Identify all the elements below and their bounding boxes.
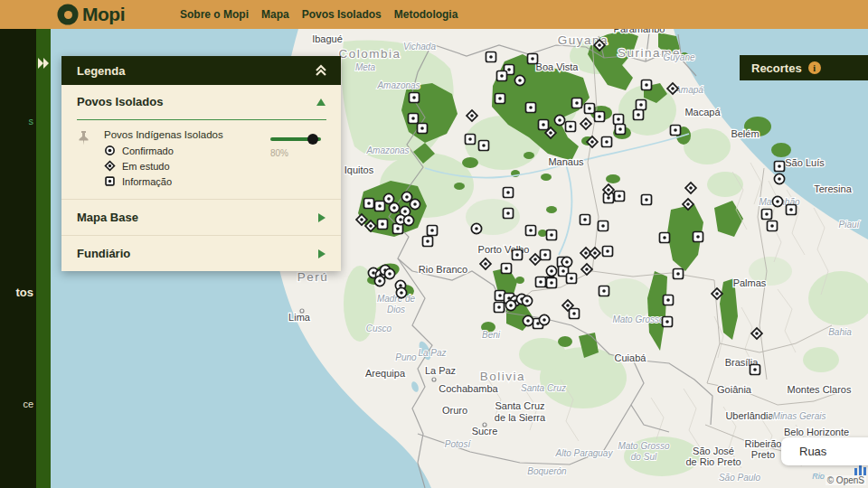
marker-informacao[interactable] bbox=[615, 192, 625, 202]
marker-informacao[interactable] bbox=[664, 296, 674, 305]
marker-informacao[interactable] bbox=[541, 250, 551, 260]
map-label-city: Paramaribo bbox=[614, 29, 665, 34]
marker-informacao[interactable] bbox=[513, 250, 523, 260]
marker-informacao[interactable] bbox=[580, 215, 590, 225]
marker-informacao[interactable] bbox=[495, 94, 505, 104]
marker-informacao[interactable] bbox=[637, 100, 646, 110]
marker-informacao[interactable] bbox=[504, 188, 514, 198]
marker-confirmado[interactable] bbox=[374, 276, 384, 286]
sidebar-expand-button[interactable] bbox=[37, 56, 50, 70]
slider-thumb[interactable] bbox=[307, 134, 318, 145]
marker-confirmado[interactable] bbox=[384, 268, 394, 278]
legend-header[interactable]: Legenda bbox=[61, 56, 341, 85]
marker-confirmado[interactable] bbox=[561, 257, 571, 267]
map-label-region: Puno bbox=[395, 352, 417, 362]
marker-informacao[interactable] bbox=[486, 52, 496, 62]
nav-metodologia[interactable]: Metodologia bbox=[394, 8, 458, 21]
collapsed-sidebar: s tos ce o bbox=[0, 29, 36, 488]
marker-confirmado[interactable] bbox=[546, 266, 556, 276]
collapse-double-chevron-up-icon[interactable] bbox=[314, 63, 328, 78]
marker-informacao[interactable] bbox=[539, 120, 549, 130]
marker-informacao[interactable] bbox=[750, 365, 760, 375]
marker-informacao[interactable] bbox=[599, 221, 609, 231]
marker-informacao[interactable] bbox=[768, 221, 778, 231]
opacity-slider[interactable] bbox=[270, 137, 321, 141]
marker-informacao[interactable] bbox=[409, 114, 419, 124]
marker-informacao[interactable] bbox=[787, 205, 797, 215]
marker-informacao[interactable] bbox=[599, 286, 609, 296]
marker-confirmado[interactable] bbox=[774, 174, 784, 183]
marker-informacao[interactable] bbox=[364, 199, 374, 209]
nav-mapa[interactable]: Mapa bbox=[261, 8, 289, 21]
sidebar-text-fragment: ce bbox=[23, 399, 33, 409]
marker-informacao[interactable] bbox=[504, 209, 514, 219]
marker-informacao[interactable] bbox=[528, 54, 538, 64]
marker-informacao[interactable] bbox=[762, 210, 772, 220]
marker-informacao[interactable] bbox=[660, 233, 670, 243]
basemap-select[interactable]: Ruas bbox=[781, 437, 868, 465]
nav-sobre[interactable]: Sobre o Mopi bbox=[180, 8, 249, 21]
marker-informacao[interactable] bbox=[479, 141, 489, 151]
marker-informacao[interactable] bbox=[642, 195, 652, 205]
marker-informacao[interactable] bbox=[775, 162, 785, 172]
marker-confirmado[interactable] bbox=[505, 300, 515, 310]
marker-informacao[interactable] bbox=[547, 230, 557, 240]
marker-informacao[interactable] bbox=[567, 274, 577, 284]
marker-informacao[interactable] bbox=[536, 277, 546, 287]
marker-informacao[interactable] bbox=[495, 303, 505, 313]
marker-confirmado[interactable] bbox=[522, 296, 532, 305]
marker-informacao[interactable] bbox=[378, 220, 388, 230]
marker-informacao[interactable] bbox=[423, 237, 433, 247]
mopi-logo-icon bbox=[56, 3, 80, 26]
triangle-up-icon[interactable] bbox=[316, 98, 326, 107]
marker-informacao[interactable] bbox=[428, 226, 438, 236]
marker-informacao[interactable] bbox=[585, 104, 595, 114]
osm-attribution[interactable]: © OpenS bbox=[826, 475, 866, 485]
map-label-city: São Luís bbox=[785, 157, 825, 168]
marker-confirmado[interactable] bbox=[539, 314, 549, 324]
marker-informacao[interactable] bbox=[570, 309, 580, 319]
marker-informacao[interactable] bbox=[375, 202, 385, 211]
marker-confirmado[interactable] bbox=[514, 75, 524, 85]
marker-informacao[interactable] bbox=[595, 112, 605, 122]
marker-informacao[interactable] bbox=[693, 232, 703, 242]
map-label-region: Alto Paraguay bbox=[555, 448, 614, 458]
povos-isolados-section-header[interactable]: Povos Isolados bbox=[77, 95, 326, 108]
marker-confirmado[interactable] bbox=[396, 287, 406, 297]
marker-informacao[interactable] bbox=[671, 126, 681, 136]
marker-confirmado[interactable] bbox=[403, 215, 413, 225]
marker-informacao[interactable] bbox=[526, 226, 536, 236]
legend-row-mapa-base[interactable]: Mapa Base bbox=[61, 200, 341, 235]
marker-informacao[interactable] bbox=[616, 125, 626, 135]
marker-informacao[interactable] bbox=[497, 71, 507, 81]
marker-informacao[interactable] bbox=[502, 264, 512, 274]
marker-confirmado[interactable] bbox=[471, 223, 481, 233]
marker-informacao[interactable] bbox=[674, 269, 684, 279]
marker-informacao[interactable] bbox=[602, 137, 612, 147]
marker-informacao[interactable] bbox=[418, 124, 428, 134]
marker-informacao[interactable] bbox=[572, 99, 582, 108]
marker-informacao[interactable] bbox=[547, 278, 557, 288]
marker-confirmado[interactable] bbox=[389, 202, 399, 212]
marker-informacao[interactable] bbox=[603, 247, 613, 257]
marker-informacao[interactable] bbox=[634, 110, 644, 120]
marker-informacao[interactable] bbox=[566, 122, 576, 132]
recortes-bar[interactable]: Recortes i bbox=[740, 55, 868, 80]
map-label-city: Sucre bbox=[472, 426, 498, 436]
marker-informacao[interactable] bbox=[614, 115, 624, 125]
marker-informacao[interactable] bbox=[410, 93, 420, 103]
marker-confirmado[interactable] bbox=[554, 115, 564, 125]
layer-row: Povos Indígenas Isolados Confirmado bbox=[77, 129, 326, 187]
marker-confirmado[interactable] bbox=[410, 199, 420, 209]
marker-informacao[interactable] bbox=[526, 103, 536, 113]
info-icon[interactable]: i bbox=[808, 61, 821, 74]
nav-povos-isolados[interactable]: Povos Isolados bbox=[302, 8, 382, 21]
marker-confirmado[interactable] bbox=[523, 315, 533, 325]
legend-row-fundiario[interactable]: Fundiário bbox=[61, 236, 341, 271]
marker-informacao[interactable] bbox=[642, 80, 652, 90]
marker-informacao[interactable] bbox=[466, 135, 476, 145]
brand-logo[interactable]: Mopi bbox=[56, 3, 125, 26]
marker-informacao[interactable] bbox=[663, 317, 673, 327]
marker-confirmado[interactable] bbox=[772, 196, 782, 206]
marker-confirmado[interactable] bbox=[401, 192, 411, 202]
